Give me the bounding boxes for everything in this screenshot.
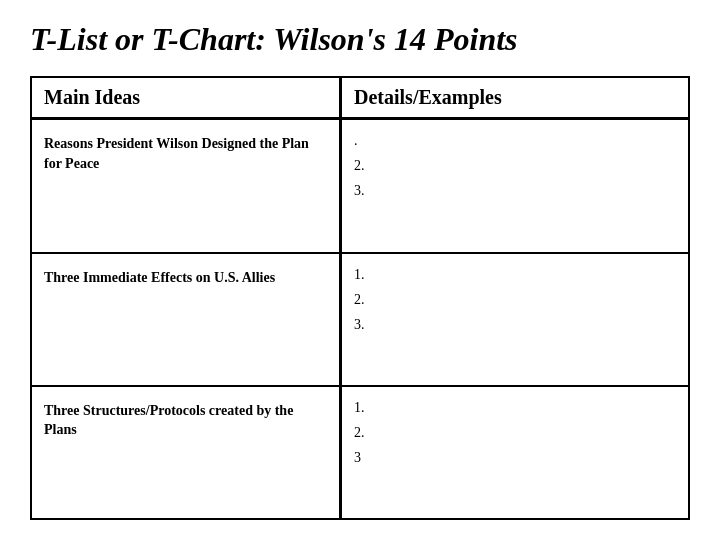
row1-detail-1: . xyxy=(354,130,676,151)
row1-detail-3: 3. xyxy=(354,180,676,201)
page-title: T-List or T-Chart: Wilson's 14 Points xyxy=(30,20,690,58)
row3-detail-2: 2. xyxy=(354,422,676,443)
table-row: Reasons President Wilson Designed the Pl… xyxy=(32,120,688,253)
row2-details-cell: 1. 2. 3. xyxy=(342,254,688,385)
tchart: Main Ideas Details/Examples Reasons Pres… xyxy=(30,76,690,520)
header-col-right: Details/Examples xyxy=(342,78,688,117)
row3-label: Three Structures/Protocols created by th… xyxy=(44,401,327,440)
row2-label-cell: Three Immediate Effects on U.S. Allies xyxy=(32,254,342,385)
page: T-List or T-Chart: Wilson's 14 Points Ma… xyxy=(0,0,720,540)
table-row: Three Immediate Effects on U.S. Allies 1… xyxy=(32,254,688,387)
row3-details-cell: 1. 2. 3 xyxy=(342,387,688,518)
header-col-left: Main Ideas xyxy=(32,78,342,117)
row3-label-cell: Three Structures/Protocols created by th… xyxy=(32,387,342,518)
row2-label: Three Immediate Effects on U.S. Allies xyxy=(44,268,275,288)
row1-label-cell: Reasons President Wilson Designed the Pl… xyxy=(32,120,342,251)
row1-detail-2: 2. xyxy=(354,155,676,176)
table-row: Three Structures/Protocols created by th… xyxy=(32,387,688,518)
row3-detail-3: 3 xyxy=(354,447,676,468)
row3-detail-1: 1. xyxy=(354,397,676,418)
row2-detail-2: 2. xyxy=(354,289,676,310)
row2-detail-3: 3. xyxy=(354,314,676,335)
row1-label: Reasons President Wilson Designed the Pl… xyxy=(44,134,327,173)
tchart-body: Reasons President Wilson Designed the Pl… xyxy=(32,120,688,518)
tchart-header: Main Ideas Details/Examples xyxy=(32,78,688,120)
row2-detail-1: 1. xyxy=(354,264,676,285)
row1-details-cell: . 2. 3. xyxy=(342,120,688,251)
